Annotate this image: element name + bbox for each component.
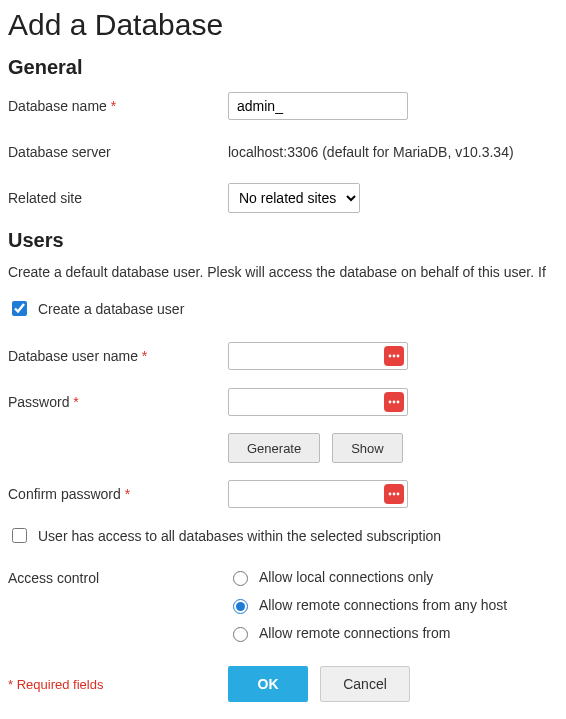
confirm-password-label: Confirm password *	[8, 486, 228, 502]
db-user-name-input[interactable]	[228, 342, 408, 370]
page-title: Add a Database	[8, 8, 566, 42]
access-control-label: Access control	[8, 568, 228, 586]
related-site-select[interactable]: No related sites	[228, 183, 360, 213]
show-button[interactable]: Show	[332, 433, 403, 463]
section-heading-general: General	[8, 56, 566, 79]
password-dots-icon[interactable]	[384, 484, 404, 504]
access-all-checkbox[interactable]	[12, 528, 27, 543]
svg-point-4	[393, 401, 396, 404]
required-note: * Required fields	[8, 677, 228, 692]
password-label: Password *	[8, 394, 228, 410]
database-name-label: Database name *	[8, 98, 228, 114]
svg-point-1	[393, 355, 396, 358]
section-heading-users: Users	[8, 229, 566, 252]
confirm-password-input[interactable]	[228, 480, 408, 508]
password-dots-icon[interactable]	[384, 346, 404, 366]
access-radio-label: Allow remote connections from any host	[259, 597, 507, 613]
access-radio-remote-from[interactable]	[233, 627, 248, 642]
database-server-value: localhost:3306 (default for MariaDB, v10…	[228, 144, 514, 160]
create-db-user-label: Create a database user	[38, 301, 184, 317]
generate-button[interactable]: Generate	[228, 433, 320, 463]
svg-point-2	[397, 355, 400, 358]
create-db-user-checkbox[interactable]	[12, 301, 27, 316]
svg-point-7	[393, 493, 396, 496]
svg-point-3	[389, 401, 392, 404]
access-radio-label: Allow remote connections from	[259, 625, 450, 641]
password-dots-icon[interactable]	[384, 392, 404, 412]
users-description: Create a default database user. Plesk wi…	[8, 264, 566, 280]
required-asterisk: *	[111, 98, 116, 114]
svg-point-8	[397, 493, 400, 496]
svg-point-0	[389, 355, 392, 358]
access-radio-label: Allow local connections only	[259, 569, 433, 585]
required-asterisk: *	[142, 348, 147, 364]
related-site-label: Related site	[8, 190, 228, 206]
db-user-name-label: Database user name *	[8, 348, 228, 364]
access-radio-local[interactable]	[233, 571, 248, 586]
required-asterisk: *	[73, 394, 78, 410]
ok-button[interactable]: OK	[228, 666, 308, 702]
svg-point-6	[389, 493, 392, 496]
database-server-label: Database server	[8, 144, 228, 160]
required-asterisk: *	[125, 486, 130, 502]
database-name-input[interactable]	[228, 92, 408, 120]
access-all-label: User has access to all databases within …	[38, 528, 441, 544]
svg-point-5	[397, 401, 400, 404]
access-radio-remote-any[interactable]	[233, 599, 248, 614]
cancel-button[interactable]: Cancel	[320, 666, 410, 702]
password-input[interactable]	[228, 388, 408, 416]
